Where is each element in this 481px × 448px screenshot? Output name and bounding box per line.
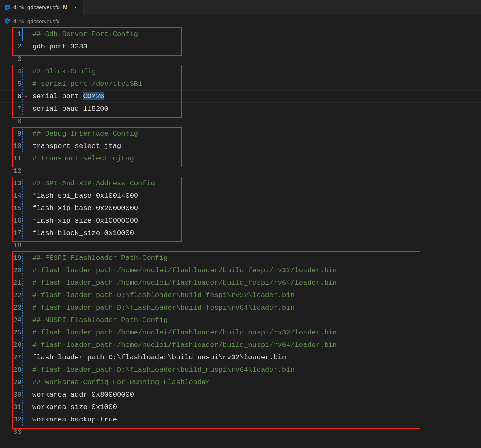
diff-indicator — [22, 339, 23, 351]
diff-indicator — [22, 401, 23, 414]
line-number: 16 — [0, 215, 24, 227]
line-number: 13 — [0, 177, 24, 190]
diff-indicator — [22, 289, 23, 302]
code-line[interactable]: serial·baud·115200 — [32, 103, 337, 115]
code-line[interactable]: flash·xip_size·0x10000000 — [32, 215, 337, 227]
tab-active[interactable]: dlink_gdbserver.cfg M — [0, 0, 84, 15]
breadcrumb[interactable]: dlink_gdbserver.cfg — [0, 15, 481, 27]
code-line[interactable]: serial·port·COM26 — [32, 90, 337, 103]
code-line[interactable]: ##·Workarea·Config·For·Running·Flashload… — [32, 376, 337, 389]
code-line[interactable]: ##·Gdb·Server·Port·Config — [32, 28, 337, 41]
code-line[interactable]: #·serial·port·/dev/ttyUSB1 — [32, 78, 337, 90]
code-line[interactable] — [32, 115, 337, 128]
code-line[interactable]: ##·FESPI·Flashloader·Path·Config — [32, 252, 337, 264]
line-number: 23 — [0, 302, 24, 314]
line-number: 21 — [0, 277, 24, 289]
line-number: 31 — [0, 401, 24, 414]
tab-filename: dlink_gdbserver.cfg — [13, 4, 60, 10]
code-line[interactable]: #·flash·loader_path·/home/nuclei/flashlo… — [32, 327, 337, 339]
code-line[interactable]: ##·Dlink·Config — [32, 65, 337, 78]
line-number: 12 — [0, 165, 24, 177]
line-number: 17 — [0, 227, 24, 240]
tab-modified-marker: M — [63, 4, 68, 10]
line-number: 33 — [0, 426, 24, 438]
code-line[interactable]: ##·Debug·Interface·Config — [32, 128, 337, 140]
code-line[interactable]: #·flash·loader_path·/home/nuclei/flashlo… — [32, 264, 337, 277]
code-line[interactable]: flash·block_size·0x10000 — [32, 227, 337, 240]
diff-indicator — [22, 177, 23, 190]
code-line[interactable]: #·transport·select·cjtag — [32, 153, 337, 165]
line-number: 15 — [0, 202, 24, 215]
diff-indicator — [22, 215, 23, 227]
diff-indicator — [22, 190, 23, 202]
line-number: 14 — [0, 190, 24, 202]
diff-indicator — [22, 376, 23, 389]
line-number: 6 — [0, 90, 24, 103]
line-number: 9 — [0, 128, 24, 140]
diff-indicator — [22, 302, 23, 314]
line-number: 1 — [0, 28, 24, 41]
diff-indicator — [22, 140, 23, 153]
diff-indicator — [22, 277, 23, 289]
gear-icon — [4, 18, 11, 24]
code-line[interactable] — [32, 53, 337, 65]
diff-indicator — [22, 414, 23, 426]
line-number: 10 — [0, 140, 24, 153]
code-line[interactable]: workarea·addr·0x80000000 — [32, 389, 337, 401]
triangle-icon: ▸ — [24, 90, 28, 103]
gutter: 1234567891011121314151617181920212223242… — [0, 27, 24, 438]
close-icon[interactable] — [73, 4, 79, 11]
diff-indicator — [22, 264, 23, 277]
code-line[interactable] — [32, 426, 337, 438]
code-line[interactable]: ##·SPI·And·XIP·Address·Config — [32, 177, 337, 190]
diff-indicator — [22, 103, 23, 115]
line-number: 32 — [0, 414, 24, 426]
line-number: 24 — [0, 314, 24, 327]
code-line[interactable] — [32, 240, 337, 252]
code-line[interactable]: flash·loader_path·D:\flashloader\build_n… — [32, 351, 337, 364]
line-number: 30 — [0, 389, 24, 401]
tab-bar: dlink_gdbserver.cfg M — [0, 0, 481, 15]
diff-indicator — [22, 202, 23, 215]
code-line[interactable]: #·flash·loader_path·D:\flashloader\build… — [32, 364, 337, 376]
code-line[interactable]: flash·spi_base·0x10014000 — [32, 190, 337, 202]
glyph-margin: ▸ — [24, 27, 28, 438]
code-line[interactable]: #·flash·loader_path·D:\flashloader\build… — [32, 289, 337, 302]
line-number: 26 — [0, 339, 24, 351]
code-line[interactable]: flash·xip_base·0x20000000 — [32, 202, 337, 215]
code-line[interactable]: #·flash·loader_path·/home/nuclei/flashlo… — [32, 277, 337, 289]
line-number: 29 — [0, 376, 24, 389]
code-line[interactable]: workarea·size·0x1000 — [32, 401, 337, 414]
diff-indicator — [22, 28, 23, 41]
diff-indicator — [22, 389, 23, 401]
diff-indicator — [22, 90, 23, 103]
line-number: 5 — [0, 78, 24, 90]
line-number: 4 — [0, 65, 24, 78]
line-number: 18 — [0, 240, 24, 252]
code-area[interactable]: ##·Gdb·Server·Port·Configgdb·port·3333##… — [32, 28, 337, 438]
code-line[interactable]: ##·NUSPI·Flashloader·Path·Config — [32, 314, 337, 327]
editor[interactable]: 1234567891011121314151617181920212223242… — [0, 27, 481, 448]
code-line[interactable]: gdb·port·3333 — [32, 41, 337, 53]
breadcrumb-filename: dlink_gdbserver.cfg — [13, 18, 60, 24]
line-number: 28 — [0, 364, 24, 376]
line-number: 3 — [0, 53, 24, 65]
code-line[interactable] — [32, 165, 337, 177]
diff-indicator — [22, 252, 23, 264]
diff-indicator — [22, 78, 23, 90]
code-line[interactable]: #·flash·loader_path·/home/nuclei/flashlo… — [32, 339, 337, 351]
diff-indicator — [22, 351, 23, 364]
code-line[interactable]: #·flash·loader_path·D:\flashloader\build… — [32, 302, 337, 314]
diff-indicator — [22, 327, 23, 339]
code-line[interactable]: transport·select·jtag — [32, 140, 337, 153]
diff-indicator — [22, 128, 23, 140]
diff-indicator — [22, 364, 23, 376]
line-number: 8 — [0, 115, 24, 128]
diff-indicator — [22, 227, 23, 240]
line-number: 27 — [0, 351, 24, 364]
diff-indicator — [22, 65, 23, 78]
line-number: 22 — [0, 289, 24, 302]
line-number: 7 — [0, 103, 24, 115]
code-line[interactable]: workarea·backup·true — [32, 414, 337, 426]
line-number: 2 — [0, 41, 24, 53]
